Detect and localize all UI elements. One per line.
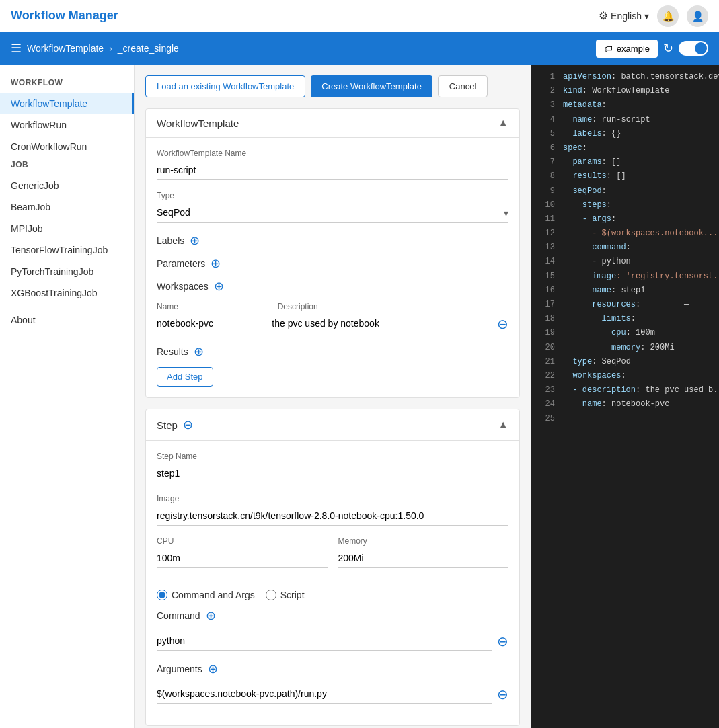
results-label: Results <box>157 346 188 357</box>
main-layout: Workflow WorkflowTemplate WorkflowRun Cr… <box>0 65 719 728</box>
line-content: name: notebook-pvc <box>563 398 669 411</box>
line-number: 20 <box>536 341 555 354</box>
user-avatar[interactable]: 👤 <box>687 5 708 27</box>
sidebar-item-mpijob[interactable]: MPIJob <box>0 218 134 239</box>
argument-input[interactable] <box>157 684 492 704</box>
sidebar-item-about[interactable]: About <box>0 309 134 331</box>
code-line: 22 workspaces: <box>531 369 719 383</box>
app-title: Workflow Manager <box>11 9 118 23</box>
cancel-button[interactable]: Cancel <box>438 75 488 97</box>
sidebar-item-cronworkflowrun[interactable]: CronWorkflowRun <box>0 136 134 157</box>
menu-icon[interactable]: ☰ <box>11 41 22 56</box>
code-token: name <box>563 399 602 409</box>
radio-script-option[interactable]: Script <box>266 590 305 600</box>
code-line: 8 results: [] <box>531 169 719 184</box>
step-name-input[interactable] <box>157 464 508 483</box>
code-token: results <box>563 171 607 181</box>
sidebar-item-workflowtemplate[interactable]: WorkflowTemplate <box>0 93 134 114</box>
line-content: - args: <box>563 213 616 226</box>
code-line: 18 limits: <box>531 312 719 326</box>
sidebar-label-genericjob: GenericJob <box>11 180 59 191</box>
form-panel: Load an existing WorkflowTemplate Create… <box>135 65 531 728</box>
workspace-remove-icon[interactable]: ⊖ <box>497 316 508 332</box>
cpu-input[interactable] <box>157 549 328 568</box>
example-button[interactable]: 🏷 example <box>596 40 658 58</box>
line-number: 5 <box>536 128 555 140</box>
workflow-template-card-body: WorkflowTemplate Name Type SeqPod DAG ▾ <box>146 138 519 397</box>
code-line: 1apiVersion: batch.tensorstack.dev... <box>531 70 719 84</box>
code-line: 15 image: 'registry.tensorst... <box>531 270 719 284</box>
refresh-button[interactable]: ↻ <box>663 41 673 56</box>
create-template-button[interactable]: Create WorkflowTemplate <box>311 75 432 97</box>
line-number: 14 <box>536 255 555 268</box>
breadcrumb-create-single[interactable]: _create_single <box>118 43 179 54</box>
results-add-icon[interactable]: ⊕ <box>194 344 204 359</box>
workspace-desc-input[interactable] <box>272 314 492 333</box>
toggle-switch[interactable] <box>679 41 708 56</box>
code-line: 10 steps: <box>531 198 719 212</box>
line-content: name: step1 <box>563 284 645 297</box>
step-card-header: Step ⊖ ▲ <box>146 409 519 441</box>
load-template-button[interactable]: Load an existing WorkflowTemplate <box>145 75 305 97</box>
argument-remove-icon[interactable]: ⊖ <box>497 686 508 702</box>
step-name-label: Step Name <box>157 452 508 461</box>
command-input[interactable] <box>157 631 492 651</box>
breadcrumb-workflowtemplate[interactable]: WorkflowTemplate <box>27 43 104 54</box>
workspaces-row: Workspaces ⊕ <box>157 279 508 294</box>
workspace-name-input[interactable] <box>157 314 266 333</box>
template-name-input[interactable] <box>157 161 508 180</box>
breadcrumb-left: ☰ WorkflowTemplate › _create_single <box>11 41 179 56</box>
language-selector[interactable]: ⚙ English ▾ <box>599 9 649 22</box>
cpu-group: CPU <box>157 536 328 568</box>
line-number: 21 <box>536 356 555 368</box>
code-token: : 100m <box>626 328 655 337</box>
image-label: Image <box>157 494 508 503</box>
sidebar-item-genericjob[interactable]: GenericJob <box>0 175 134 196</box>
line-content: resources: — <box>563 298 689 311</box>
line-number: 10 <box>536 199 555 212</box>
step-card-body: Step Name Image CPU Memory <box>146 441 519 725</box>
topbar-right: ⚙ English ▾ 🔔 👤 <box>599 5 708 27</box>
workspaces-add-icon[interactable]: ⊕ <box>214 279 224 294</box>
radio-script-input[interactable] <box>266 590 276 600</box>
radio-command-input[interactable] <box>157 590 167 600</box>
type-select[interactable]: SeqPod DAG <box>157 203 508 223</box>
code-token: : 200Mi <box>640 343 674 352</box>
code-token: command <box>563 243 626 252</box>
collapse-step-icon[interactable]: ▲ <box>498 419 508 431</box>
step-card: Step ⊖ ▲ Step Name Image <box>145 409 520 726</box>
step-remove-icon[interactable]: ⊖ <box>183 417 193 432</box>
results-row: Results ⊕ <box>157 344 508 359</box>
sidebar-item-workflowrun[interactable]: WorkflowRun <box>0 114 134 136</box>
workspace-name-header: Name <box>157 302 272 311</box>
image-input[interactable] <box>157 506 508 526</box>
type-group: Type SeqPod DAG ▾ <box>157 191 508 223</box>
code-token: : <box>602 186 607 196</box>
collapse-workflow-template-icon[interactable]: ▲ <box>498 117 508 129</box>
parameters-add-icon[interactable]: ⊕ <box>211 256 221 271</box>
sidebar-item-xgboosttrainingjob[interactable]: XGBoostTrainingJob <box>0 282 134 304</box>
line-content: image: 'registry.tensorst... <box>563 270 719 283</box>
sidebar-item-beamjob[interactable]: BeamJob <box>0 196 134 218</box>
memory-input[interactable] <box>338 549 509 568</box>
workspace-name-group <box>157 314 266 333</box>
sidebar-item-tensorflowtrainingjob[interactable]: TensorFlowTrainingJob <box>0 239 134 261</box>
labels-add-icon[interactable]: ⊕ <box>190 233 200 248</box>
notification-button[interactable]: 🔔 <box>657 5 679 27</box>
arguments-add-icon[interactable]: ⊕ <box>208 661 218 676</box>
command-remove-icon[interactable]: ⊖ <box>497 633 508 649</box>
breadcrumb-right: 🏷 example ↻ <box>596 40 708 58</box>
sidebar-item-pytorchtrainingjob[interactable]: PyTorchTrainingJob <box>0 261 134 282</box>
command-add-icon[interactable]: ⊕ <box>206 608 216 623</box>
command-label: Command <box>157 610 200 621</box>
code-panel: 1apiVersion: batch.tensorstack.dev...2ki… <box>531 65 719 728</box>
add-step-button[interactable]: Add Step <box>157 367 213 387</box>
line-number: 25 <box>536 413 555 426</box>
code-line: 5 labels: {} <box>531 127 719 141</box>
code-line: 4 name: run-script <box>531 113 719 127</box>
code-token: steps <box>563 200 607 210</box>
code-token: : <box>621 371 626 380</box>
line-number: 7 <box>536 156 555 169</box>
sidebar-label-workflowtemplate: WorkflowTemplate <box>11 98 87 109</box>
radio-command-option[interactable]: Command and Args <box>157 590 255 600</box>
